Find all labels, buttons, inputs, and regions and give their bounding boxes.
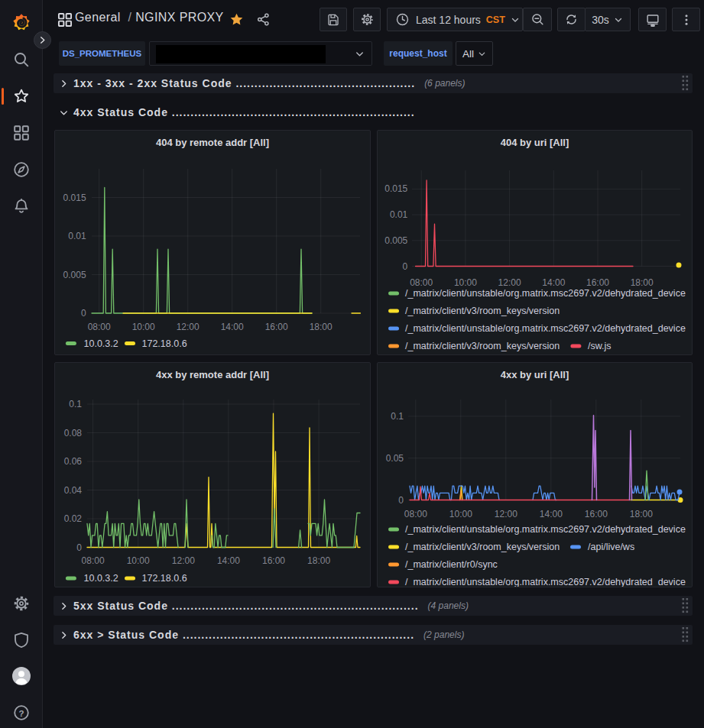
svg-text:16:00: 16:00	[585, 509, 608, 519]
svg-text:10:00: 10:00	[454, 277, 477, 288]
svg-text:0.08: 0.08	[64, 428, 83, 438]
svg-text:14:00: 14:00	[221, 322, 244, 332]
svg-text:12:00: 12:00	[177, 322, 200, 332]
svg-text:/_matrix/client/unstable/org.m: /_matrix/client/unstable/org.matrix.msc2…	[405, 288, 686, 299]
svg-text:0.015: 0.015	[384, 183, 407, 194]
svg-text:0.06: 0.06	[64, 456, 83, 467]
svg-text:10.0.3.2: 10.0.3.2	[84, 573, 118, 584]
svg-text:10.0.3.2: 10.0.3.2	[84, 338, 118, 349]
svg-text:16:00: 16:00	[586, 277, 609, 288]
svg-text:172.18.0.6: 172.18.0.6	[142, 338, 187, 349]
svg-text:0: 0	[81, 308, 86, 319]
svg-text:10:00: 10:00	[132, 322, 155, 332]
svg-text:16:00: 16:00	[265, 322, 288, 332]
svg-text:0.02: 0.02	[64, 513, 83, 524]
svg-text:12:00: 12:00	[495, 509, 517, 519]
svg-text:18:00: 18:00	[630, 509, 653, 519]
svg-text:18:00: 18:00	[310, 322, 333, 332]
svg-text:0.04: 0.04	[64, 485, 83, 496]
svg-text:/_matrix/client/unstable/org.m: /_matrix/client/unstable/org.matrix.msc2…	[405, 323, 686, 334]
svg-text:10:00: 10:00	[449, 509, 472, 519]
svg-text:12:00: 12:00	[172, 555, 195, 566]
svg-text:12:00: 12:00	[498, 277, 521, 288]
svg-text:/_matrix/client/r0/sync: /_matrix/client/r0/sync	[405, 559, 498, 570]
svg-text:08:00: 08:00	[88, 322, 111, 332]
svg-text:14:00: 14:00	[217, 555, 240, 566]
svg-text:0: 0	[403, 261, 408, 272]
svg-text:/api/live/ws: /api/live/ws	[588, 542, 634, 552]
svg-text:/_matrix/client/v3/room_keys/v: /_matrix/client/v3/room_keys/version	[405, 341, 560, 351]
svg-text:16:00: 16:00	[262, 555, 285, 566]
svg-text:14:00: 14:00	[542, 277, 565, 288]
svg-text:/_matrix/client/unstable/org.m: /_matrix/client/unstable/org.matrix.msc2…	[405, 577, 686, 587]
svg-text:08:00: 08:00	[82, 555, 105, 566]
svg-text:14:00: 14:00	[540, 509, 563, 519]
svg-text:08:00: 08:00	[410, 277, 433, 288]
svg-text:0.05: 0.05	[386, 453, 404, 464]
svg-text:10:00: 10:00	[127, 555, 150, 566]
svg-text:/sw.js: /sw.js	[588, 341, 612, 351]
svg-text:?: ?	[18, 709, 24, 718]
svg-text:18:00: 18:00	[631, 277, 654, 288]
svg-text:0: 0	[398, 495, 404, 506]
svg-text:172.18.0.6: 172.18.0.6	[142, 573, 187, 584]
svg-text:/_matrix/client/unstable/org.m: /_matrix/client/unstable/org.matrix.msc2…	[405, 524, 686, 535]
svg-text:0.015: 0.015	[63, 193, 86, 203]
svg-text:0.01: 0.01	[390, 209, 408, 220]
svg-text:0.1: 0.1	[391, 411, 404, 422]
svg-text:/_matrix/client/v3/room_keys/v: /_matrix/client/v3/room_keys/version	[405, 542, 560, 552]
svg-text:18:00: 18:00	[307, 555, 330, 566]
svg-text:08:00: 08:00	[404, 509, 427, 519]
svg-text:/_matrix/client/v3/room_keys/v: /_matrix/client/v3/room_keys/version	[405, 306, 560, 316]
svg-text:0.005: 0.005	[63, 270, 86, 280]
svg-text:0.1: 0.1	[69, 399, 82, 409]
svg-text:0.005: 0.005	[384, 235, 407, 246]
svg-text:0.01: 0.01	[68, 231, 86, 241]
svg-text:0: 0	[76, 542, 82, 553]
